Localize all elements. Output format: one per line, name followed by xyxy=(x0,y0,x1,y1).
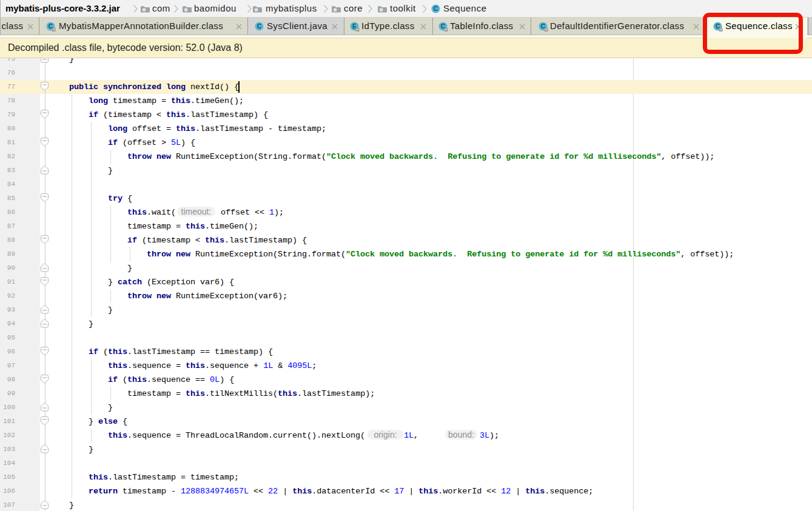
svg-text:C: C xyxy=(434,5,438,12)
svg-text:C: C xyxy=(257,22,262,30)
